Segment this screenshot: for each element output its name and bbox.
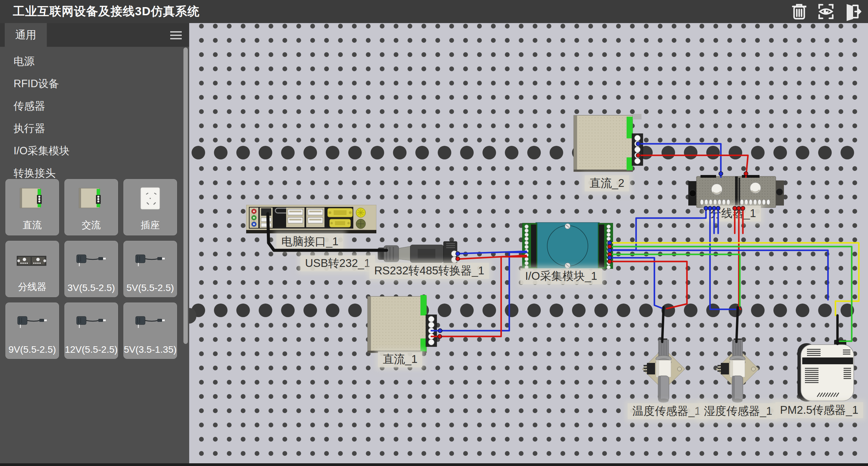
exit-icon[interactable] <box>843 2 862 21</box>
device-splitter[interactable] <box>688 174 784 210</box>
sidebar-category[interactable]: RFID设备 <box>0 73 183 95</box>
sidebar-scrollbar[interactable] <box>183 47 188 344</box>
device-dc-power-2[interactable] <box>573 114 644 174</box>
palette-card-label: 3V(5.5-2.5) <box>65 283 118 293</box>
toolbar <box>790 2 862 21</box>
palette-card-label: 直流 <box>6 219 59 232</box>
palette-card[interactable]: 交流 <box>64 179 118 235</box>
palette-grid: 直流交流插座分线器3V(5.5-2.5)5V(5.5-2.5)9V(5.5-2.… <box>5 179 177 359</box>
bottom-edge <box>0 463 868 466</box>
palette-card[interactable]: 12V(5.5-2.5) <box>64 303 118 359</box>
palette-card-label: 交流 <box>65 219 118 232</box>
wire-temp-cable[interactable] <box>662 307 664 342</box>
sidebar-category[interactable]: 电源 <box>0 50 183 73</box>
tab-general[interactable]: 通用 <box>5 23 47 47</box>
wire-humid-cable[interactable] <box>736 307 738 342</box>
label-temp: 温度传感器_1 <box>628 403 706 419</box>
palette-card-label: 5V(3.5-1.35) <box>124 344 177 355</box>
label-humid: 湿度传感器_1 <box>699 403 777 419</box>
palette-card[interactable]: 分线器 <box>5 241 59 297</box>
palette-card-label: 分线器 <box>6 280 59 293</box>
palette-card[interactable]: 3V(5.5-2.5) <box>64 241 118 297</box>
palette-card[interactable]: 5V(5.5-2.5) <box>123 241 177 297</box>
palette-card[interactable]: 9V(5.5-2.5) <box>5 303 59 359</box>
menu-icon[interactable] <box>170 29 182 41</box>
label-usb232: USB转232_1 <box>300 255 375 271</box>
palette-card-label: 插座 <box>124 219 177 232</box>
label-rs485: RS232转485转换器_1 <box>370 263 489 279</box>
device-pc-interface[interactable] <box>246 205 376 235</box>
label-pc: 电脑接口_1 <box>277 234 343 250</box>
app-title: 工业互联网设备及接线3D仿真系统 <box>13 0 200 22</box>
device-io-module[interactable] <box>522 221 613 271</box>
device-dc-power-1[interactable] <box>367 295 438 355</box>
device-palette-sidebar: 通用 电源RFID设备传感器执行器I/O采集模块转换接头 直流交流插座分线器3V… <box>0 23 189 466</box>
top-bar: 工业互联网设备及接线3D仿真系统 <box>0 0 868 23</box>
category-menu: 电源RFID设备传感器执行器I/O采集模块转换接头 <box>0 50 183 185</box>
palette-card-label: 5V(5.5-2.5) <box>124 283 177 293</box>
sidebar-category[interactable]: I/O采集模块 <box>0 140 183 162</box>
trash-icon[interactable] <box>790 2 809 21</box>
palette-card[interactable]: 插座 <box>123 179 177 235</box>
label-pm25: PM2.5传感器_1 <box>775 402 863 418</box>
label-io: I/O采集模块_1 <box>520 268 602 284</box>
palette-card[interactable]: 直流 <box>5 179 59 235</box>
device-pm25-sensor[interactable] <box>796 339 857 404</box>
palette-tab-row: 通用 <box>0 23 189 47</box>
label-dc2: 直流_2 <box>585 175 629 191</box>
palette-card-label: 12V(5.5-2.5) <box>65 344 118 355</box>
palette-card[interactable]: 5V(3.5-1.35) <box>123 303 177 359</box>
label-dc1: 直流_1 <box>378 351 422 367</box>
sidebar-category[interactable]: 传感器 <box>0 95 183 117</box>
focus-view-icon[interactable] <box>816 2 835 21</box>
sidebar-category[interactable]: 执行器 <box>0 117 183 140</box>
palette-card-label: 9V(5.5-2.5) <box>6 344 59 355</box>
